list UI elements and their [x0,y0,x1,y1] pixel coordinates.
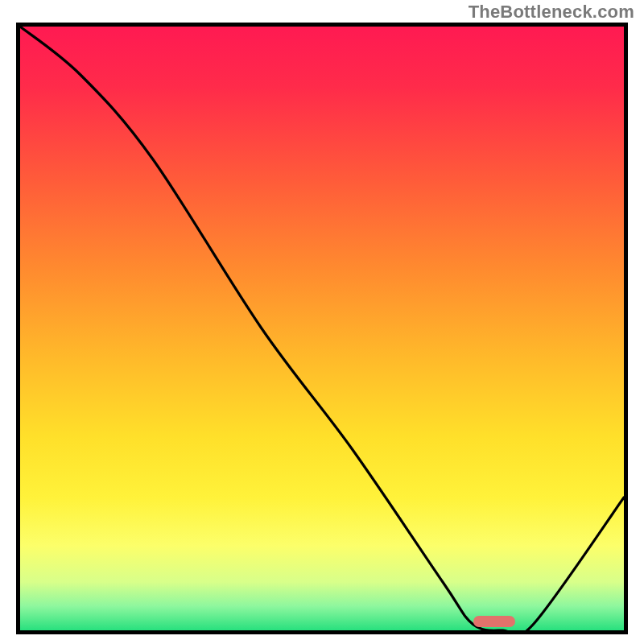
optimal-range-marker [473,616,516,627]
chart-container: TheBottleneck.com [0,0,644,644]
plot-frame [16,23,628,634]
bottleneck-curve [20,27,624,630]
watermark-text: TheBottleneck.com [469,2,634,23]
